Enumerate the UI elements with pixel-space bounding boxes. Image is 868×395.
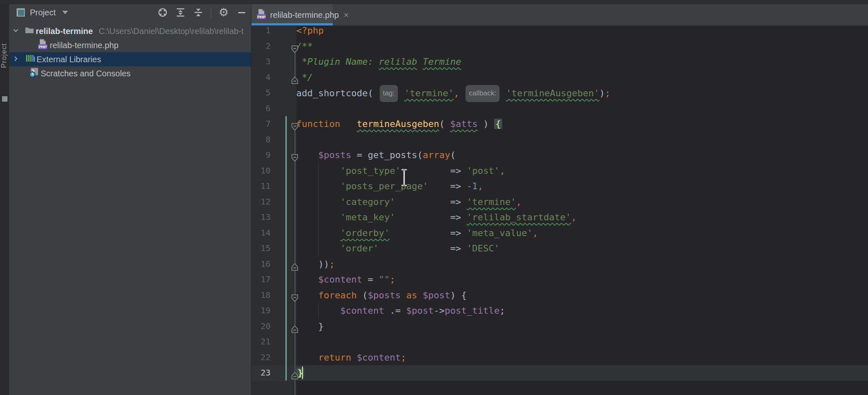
code-token — [296, 166, 340, 176]
code-token: ( — [439, 119, 450, 129]
hide-panel-icon[interactable] — [236, 7, 247, 18]
settings-gear-icon[interactable]: ⚙ — [218, 7, 229, 18]
code-line[interactable]: 12 'category' => 'termine', — [251, 194, 868, 210]
line-number[interactable]: 18 — [251, 288, 271, 303]
line-number[interactable]: 15 — [251, 241, 271, 256]
line-number[interactable]: 8 — [251, 132, 271, 148]
code-token: => — [450, 243, 467, 254]
line-number[interactable]: 22 — [251, 350, 271, 366]
code-token: relilab — [379, 56, 417, 67]
code-token: -> — [434, 305, 445, 316]
code-line[interactable]: 21 — [251, 334, 868, 350]
code-line[interactable]: 16 )); — [251, 256, 868, 272]
code-token: tag: — [380, 85, 398, 102]
code-token: array — [423, 150, 450, 160]
expand-all-icon[interactable] — [175, 7, 186, 18]
code-token — [401, 290, 406, 300]
code-token — [296, 212, 340, 222]
line-number[interactable]: 12 — [251, 194, 271, 210]
chevron-right-icon[interactable] — [12, 55, 19, 64]
fold-end-marker-icon[interactable] — [291, 369, 298, 385]
code-token: get_posts( — [368, 150, 422, 160]
code-token: , — [571, 212, 576, 222]
code-token: as — [406, 290, 417, 300]
code-line[interactable]: 6 — [251, 101, 868, 117]
locate-icon[interactable] — [157, 7, 168, 18]
line-number[interactable]: 7 — [251, 116, 271, 132]
line-number[interactable]: 20 — [251, 319, 271, 334]
chevron-down-icon[interactable] — [12, 27, 19, 36]
code-token: return — [318, 352, 351, 363]
code-token: , — [516, 197, 522, 207]
code-token: $posts — [318, 150, 351, 160]
line-number[interactable]: 9 — [251, 147, 271, 163]
code-token: callback: — [466, 85, 500, 102]
line-number[interactable]: 5 — [251, 85, 271, 101]
collapse-all-icon[interactable] — [193, 7, 204, 18]
code-line[interactable]: 17 $content = ""; — [251, 272, 868, 288]
code-token: = — [351, 150, 368, 160]
line-number[interactable]: 14 — [251, 225, 271, 241]
code-token: ; — [401, 352, 406, 363]
line-number[interactable]: 2 — [251, 39, 271, 54]
close-icon[interactable]: × — [344, 11, 349, 19]
line-number[interactable]: 13 — [251, 210, 271, 225]
code-line[interactable]: 13 'meta_key' => 'relilab_startdate', — [251, 210, 868, 225]
tree-row-php-file[interactable]: PHPrelilab-termine.php — [9, 38, 251, 52]
line-number[interactable]: 21 — [251, 334, 271, 350]
code-line[interactable]: 9 $posts = get_posts(array( — [251, 147, 868, 163]
scratches-icon — [29, 68, 39, 80]
project-panel-title[interactable]: Project — [30, 8, 56, 17]
line-number[interactable]: 17 — [251, 272, 271, 288]
code-token: $atts — [450, 119, 478, 129]
code-line[interactable]: 23} — [251, 365, 868, 381]
code-line[interactable]: 18 foreach ($posts as $post) { — [251, 288, 868, 303]
line-number[interactable]: 19 — [251, 303, 271, 319]
code-line[interactable]: 5add_shortcode( tag: 'termine', callback… — [251, 85, 868, 101]
code-line[interactable]: 10 'post_type' => 'post', — [251, 163, 868, 179]
project-window-icon — [17, 8, 25, 17]
tree-label: Scratches and Consoles — [41, 69, 131, 78]
chevron-down-icon[interactable] — [62, 11, 68, 14]
line-number[interactable]: 11 — [251, 178, 271, 194]
code-token: => — [450, 166, 467, 176]
line-number[interactable]: 1 — [251, 26, 271, 39]
line-number[interactable]: 23 — [251, 365, 271, 381]
code-token: ) — [600, 88, 605, 98]
code-line[interactable]: 14 'orderby' => 'meta_value', — [251, 225, 868, 241]
code-token: 'orderby' — [340, 228, 390, 238]
tree-row-project-root[interactable]: relilab-termine C:\Users\Daniel\Desktop\… — [9, 24, 251, 38]
panel-header-toolbar: ⚙ — [157, 4, 247, 21]
tree-path: C:\Users\Daniel\Desktop\relilab\relilab-… — [99, 27, 250, 36]
code-token: ; — [390, 274, 395, 285]
project-stripe-button[interactable]: Project — [0, 22, 9, 89]
tree-row-external-libraries[interactable]: External Libraries — [9, 52, 251, 66]
line-number[interactable]: 16 — [251, 256, 271, 272]
line-number[interactable]: 10 — [251, 163, 271, 179]
line-number[interactable]: 4 — [251, 70, 271, 85]
code-line[interactable]: 11 'posts_per_page' => -1, — [251, 178, 868, 194]
code-line[interactable]: 4 */ — [251, 70, 868, 85]
line-number[interactable]: 6 — [251, 101, 271, 117]
line-number[interactable]: 3 — [251, 54, 271, 70]
code-line[interactable]: 2/** — [251, 39, 868, 54]
active-tab-underline — [251, 23, 333, 25]
divider — [211, 7, 211, 17]
window-top-strip — [0, 0, 868, 4]
code-token — [296, 243, 340, 254]
code-line[interactable]: 22 return $content; — [251, 350, 868, 366]
code-line[interactable]: 20 } — [251, 319, 868, 334]
code-line[interactable]: 7function termineAusgeben( $atts ) { — [251, 116, 868, 132]
tree-row-scratches[interactable]: Scratches and Consoles — [9, 66, 251, 80]
code-line[interactable]: 19 $content .= $post->post_title; — [251, 303, 868, 319]
code-line[interactable]: 8 — [251, 132, 868, 148]
svg-text:PHP: PHP — [39, 44, 47, 49]
ide-window: Project Project ⚙ relilab-termine C:\Use… — [0, 0, 868, 395]
code-line[interactable]: 15 'order' => 'DESC' — [251, 241, 868, 256]
code-line[interactable]: 3 *Plugin Name: relilab Termine — [251, 54, 868, 70]
code-token: $content — [357, 352, 401, 363]
code-line[interactable]: 1<?php — [251, 26, 868, 39]
code-token: 'DESC' — [467, 243, 500, 254]
code-editor[interactable]: 1<?php2/**3 *Plugin Name: relilab Termin… — [251, 26, 868, 395]
tab-relilab-termine-php[interactable]: PHP relilab-termine.php × — [251, 4, 333, 26]
